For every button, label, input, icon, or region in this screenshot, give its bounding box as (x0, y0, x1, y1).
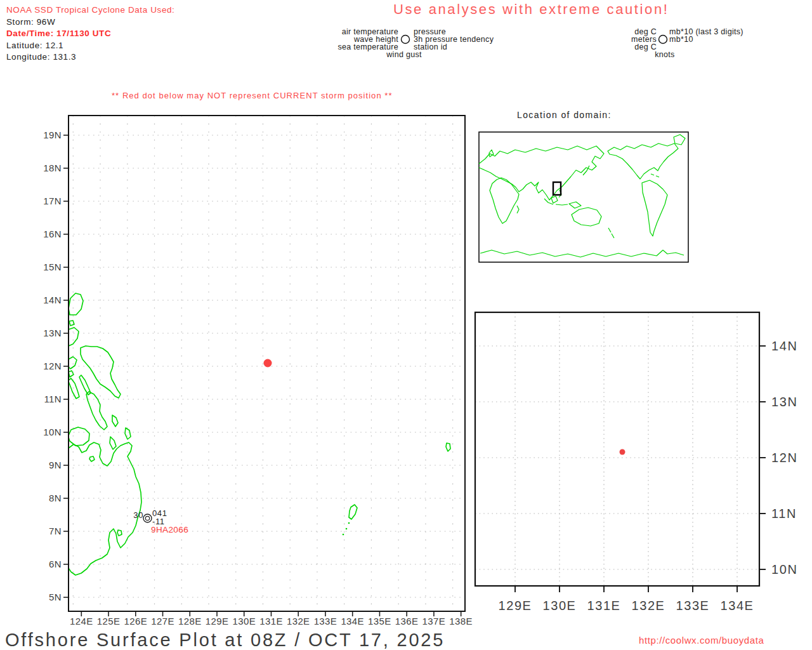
legend-units-sea-temperature: deg C (634, 43, 657, 51)
legend-wind-gust: wind gust (386, 50, 422, 59)
legend-units-pressure-tendency: mb*10 (669, 35, 693, 44)
coastline-madagascar (517, 206, 519, 213)
lon-tick-label: 134E (341, 616, 364, 627)
lon-tick-label: 129E (206, 616, 229, 627)
coastline-path (86, 392, 107, 430)
detail-lat-tick-label: 13N (771, 395, 798, 409)
station-circle-icon (659, 36, 667, 44)
station-model-legend-labels: air temperature pressure wave height 3h … (337, 27, 494, 59)
lat-tick-label: 12N (43, 361, 62, 371)
coastline-path-mindanao (69, 442, 141, 575)
main-map-axes: 124E125E126E127E128E129E130E131E132E133E… (43, 116, 473, 627)
lat-tick-label: 14N (43, 295, 62, 305)
detail-lon-tick-label: 130E (542, 599, 576, 613)
lat-tick-label: 16N (43, 229, 62, 239)
lat-tick-label: 6N (49, 559, 62, 569)
coastline-north-america (608, 143, 678, 179)
coastline-path (125, 428, 131, 439)
coastline-path (69, 293, 83, 315)
coastline-caribbean (651, 174, 659, 177)
lon-tick-label: 136E (395, 616, 419, 627)
islet-dot (343, 534, 344, 536)
coastline-greenland (674, 135, 685, 145)
main-map-coastlines (69, 293, 450, 575)
lon-tick-label: 131E (259, 616, 283, 627)
lon-tick-label: 130E (232, 616, 256, 627)
coastline-new-guinea (569, 202, 581, 208)
station-inner-circle-icon (145, 516, 149, 520)
coastline-path (69, 378, 79, 399)
coastline-path (69, 357, 77, 369)
lat-tick-label: 17N (43, 196, 62, 206)
lat-tick-label: 19N (43, 129, 62, 140)
lon-tick-label: 127E (151, 616, 174, 627)
detail-lon-tick-label: 133E (676, 599, 709, 613)
coastline-path (112, 415, 118, 427)
lon-tick-label: 133E (314, 616, 337, 627)
coastline-path (69, 328, 79, 346)
detail-map-axes: 129E130E131E132E133E134E14N13N12N11N10N (475, 312, 798, 613)
coastline-south-america (642, 180, 667, 236)
lon-tick-label: 137E (422, 616, 446, 627)
storm-position-dot-detail (620, 449, 625, 455)
plot-canvas: air temperature pressure wave height 3h … (0, 0, 812, 650)
world-location-inset (479, 132, 688, 262)
storm-position-dot (264, 359, 272, 368)
coastline-path-palau (349, 505, 357, 519)
coastline-path (117, 530, 122, 536)
detail-map-frame (475, 312, 759, 586)
station-circle-icon (143, 514, 152, 522)
lon-tick-label: 128E (178, 616, 202, 627)
coastline-japan (583, 166, 589, 175)
detail-lat-tick-label: 10N (771, 562, 798, 576)
world-map-frame (479, 132, 688, 262)
lat-tick-label: 9N (49, 460, 62, 470)
lat-tick-label: 18N (43, 162, 62, 173)
lon-tick-label: 124E (70, 616, 93, 627)
lat-tick-label: 13N (43, 328, 62, 338)
coastline-path (446, 443, 450, 451)
detail-lon-tick-label: 132E (631, 599, 665, 613)
station-air-temp: 30 (133, 510, 143, 520)
detail-lat-tick-label: 14N (771, 339, 798, 353)
lon-tick-label: 125E (97, 616, 121, 627)
world-coastlines (479, 135, 685, 257)
coastline-path (89, 456, 95, 461)
coastline-path (110, 437, 116, 449)
islet-dot (346, 528, 348, 530)
coastline-new-zealand (608, 228, 614, 238)
detail-lon-tick-label: 131E (587, 599, 620, 613)
station-plot-9HA2066: 30 041 -11 9HA2066 (133, 508, 188, 534)
detail-lat-tick-label: 12N (771, 451, 798, 465)
lat-tick-label: 8N (49, 493, 62, 503)
legend-units-wind-gust: knots (655, 50, 674, 59)
lat-tick-label: 11N (44, 394, 62, 404)
lon-tick-label: 132E (287, 616, 310, 627)
coastline-path (69, 427, 89, 446)
lon-tick-label: 126E (124, 616, 147, 627)
lat-tick-label: 10N (43, 427, 62, 437)
station-id-label: 9HA2066 (151, 525, 188, 534)
station-model-legend-units: deg C mb*10 (last 3 digits) meters mb*10… (631, 27, 743, 59)
lon-tick-label: 138E (449, 616, 473, 627)
coastline-antarctica (480, 250, 684, 257)
islet-dot (348, 522, 350, 524)
detail-lon-tick-label: 129E (498, 599, 532, 613)
detail-lon-tick-label: 134E (720, 599, 754, 613)
coastline-australia (572, 208, 601, 226)
lat-tick-label: 15N (43, 262, 62, 272)
detail-lat-tick-label: 11N (771, 507, 797, 521)
lat-tick-label: 5N (49, 592, 62, 602)
coastline-path (69, 321, 74, 326)
lat-tick-label: 7N (49, 526, 62, 536)
station-circle-icon (402, 36, 410, 44)
coastline-africa (490, 178, 519, 223)
lon-tick-label: 135E (368, 616, 391, 627)
